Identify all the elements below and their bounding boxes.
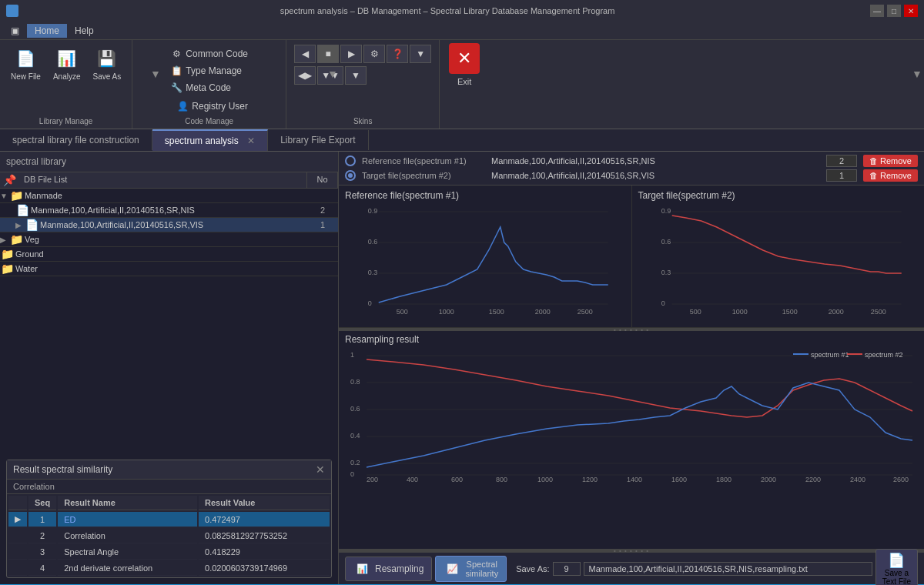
- remove-reference-button[interactable]: 🗑 Remove: [863, 155, 918, 167]
- skin-next-button[interactable]: ⚙: [363, 45, 385, 63]
- svg-text:0.3: 0.3: [661, 269, 671, 276]
- tree-panel: 📌 DB File List No ▼ 📁 Manmade 📄 Manmade,…: [0, 172, 338, 453]
- tree-row-water[interactable]: 📁 Water: [0, 262, 338, 276]
- svg-text:0.6: 0.6: [350, 405, 360, 413]
- code-manage-group: ⚙ Common Code 📋 Type Manage 🔧 Meta Code …: [132, 40, 286, 129]
- value-4: 0.0200603739174969: [199, 561, 330, 576]
- water-folder-icon: 📁: [0, 262, 14, 276]
- save-text-file-button[interactable]: 📄 Save a Text File: [875, 549, 918, 586]
- new-file-icon: 📄: [13, 46, 38, 71]
- code-manage-arrow[interactable]: ▼: [327, 68, 333, 80]
- svg-text:0.9: 0.9: [368, 207, 378, 215]
- svg-text:600: 600: [451, 476, 463, 483]
- skin-bottom1-button[interactable]: ◀▶: [294, 66, 316, 85]
- tree-row-vis[interactable]: ▶ 📄 Manmade,100,Artificial,II,20140516,S…: [0, 218, 338, 232]
- close-button[interactable]: ✕: [904, 5, 918, 17]
- veg-expand-icon[interactable]: ▶: [0, 236, 9, 244]
- resampling-button[interactable]: 📊 Resampling: [345, 557, 432, 581]
- exit-button[interactable]: ✕ Exit: [449, 43, 480, 86]
- meta-code-button[interactable]: 🔧 Meta Code: [166, 80, 253, 95]
- target-chart-title: Target file(spectrum #2): [638, 190, 919, 201]
- tree-row-nis[interactable]: 📄 Manmade,100,Artificial,II,20140516,SR,…: [0, 203, 338, 218]
- seq-1: 1: [28, 512, 56, 527]
- type-manage-button[interactable]: 📋 Type Manage: [166, 63, 253, 79]
- result-close-button[interactable]: ✕: [316, 463, 325, 476]
- remove-tgt-icon: 🗑: [869, 171, 878, 180]
- menu-home[interactable]: Home: [27, 24, 67, 38]
- nis-file-icon: 📄: [15, 203, 29, 217]
- result-row-1[interactable]: ▶ 1 ED 0.472497: [8, 512, 330, 527]
- svg-text:2400: 2400: [850, 476, 865, 483]
- manmade-expand-icon[interactable]: ▼: [0, 192, 9, 200]
- tab-export[interactable]: Library File Export: [268, 130, 368, 150]
- library-manage-label: Library Manage: [39, 114, 92, 125]
- skin-dropdown-button[interactable]: ▼: [410, 45, 431, 63]
- exit-group: ✕ Exit ▼: [440, 40, 489, 129]
- svg-text:0: 0: [350, 470, 354, 478]
- seq-4: 4: [28, 561, 56, 576]
- svg-text:0.9: 0.9: [661, 207, 671, 215]
- new-file-button[interactable]: 📄 New File: [6, 43, 45, 84]
- reference-radio[interactable]: [345, 155, 356, 166]
- code-manage-label: Code Manage: [185, 114, 233, 125]
- result-header: Result spectral similarity ✕: [7, 460, 331, 480]
- tree-col-name: DB File List: [19, 172, 307, 188]
- svg-text:0.6: 0.6: [368, 238, 378, 246]
- result-row-4[interactable]: 4 2nd derivate correlation 0.02006037391…: [8, 561, 330, 576]
- name-2: Correlation: [58, 529, 197, 543]
- left-panel: spectral library 📌 DB File List No ▼ 📁 M…: [0, 152, 339, 584]
- skin-bottom-dropdown-button[interactable]: ▼: [345, 66, 367, 85]
- app-menu-button[interactable]: ▣: [3, 24, 27, 38]
- resampling-icon: 📊: [353, 560, 370, 577]
- svg-text:0.3: 0.3: [368, 269, 378, 276]
- result-row-3[interactable]: 3 Spectral Angle 0.418229: [8, 545, 330, 560]
- resampling-chart-title: Resampling result: [345, 334, 918, 345]
- registry-user-button[interactable]: 👤 Registry User: [172, 99, 253, 114]
- result-panel: Result spectral similarity ✕ Correlation…: [6, 460, 332, 578]
- svg-text:1000: 1000: [439, 308, 454, 316]
- skin-prev-button[interactable]: ◀: [294, 45, 316, 63]
- skin-info-button[interactable]: ❓: [387, 45, 408, 63]
- svg-text:1800: 1800: [716, 476, 732, 483]
- result-row-2[interactable]: 2 Correlation 0.0825812927753252: [8, 529, 330, 543]
- svg-text:2000: 2000: [828, 308, 843, 316]
- common-code-button[interactable]: ⚙ Common Code: [166, 46, 253, 62]
- analyze-button[interactable]: 📊 Analyze: [49, 43, 85, 84]
- target-radio[interactable]: [345, 170, 356, 181]
- save-as-button[interactable]: 💾 Save As: [88, 43, 126, 84]
- name-3: Spectral Angle: [58, 545, 197, 560]
- svg-text:1000: 1000: [732, 308, 747, 316]
- skin-stop-button[interactable]: ■: [317, 45, 339, 63]
- expand-1: ▶: [8, 512, 27, 527]
- tree-row-veg[interactable]: ▶ 📁 Veg: [0, 232, 338, 247]
- svg-text:2200: 2200: [805, 476, 821, 483]
- tree-row-ground[interactable]: 📁 Ground: [0, 247, 338, 262]
- menubar: ▣ Home Help: [0, 22, 924, 40]
- target-chart-panel: Target file(spectrum #2) 0.9 0.6 0.3 0 5…: [631, 186, 925, 327]
- name-4: 2nd derivate correlation: [58, 561, 197, 576]
- svg-text:0.6: 0.6: [661, 238, 671, 246]
- seq-2: 2: [28, 529, 56, 543]
- tab-construction[interactable]: spectral library file construction: [0, 130, 152, 150]
- save-num-input[interactable]: [553, 562, 581, 576]
- tree-row-manmade[interactable]: ▼ 📁 Manmade: [0, 189, 338, 203]
- title: spectrum analysis – DB Management – Spec…: [25, 6, 870, 15]
- value-1: 0.472497: [199, 512, 330, 527]
- tab-analysis[interactable]: spectrum analysis ✕: [152, 129, 268, 151]
- tab-analysis-close[interactable]: ✕: [247, 135, 255, 146]
- vis-expand-icon[interactable]: ▶: [15, 221, 25, 229]
- minimize-button[interactable]: —: [870, 5, 884, 17]
- exit-arrow[interactable]: ▼: [912, 68, 918, 80]
- analyze-icon: 📊: [55, 46, 79, 71]
- remove-target-button[interactable]: 🗑 Remove: [863, 169, 918, 182]
- save-filename-input[interactable]: [584, 562, 872, 576]
- ribbon: 📄 New File 📊 Analyze 💾 Save As Library M…: [0, 40, 924, 129]
- menu-help[interactable]: Help: [67, 24, 102, 38]
- skins-label: Skins: [353, 114, 372, 125]
- library-manage-arrow[interactable]: ▼: [150, 68, 156, 80]
- result-table: Seq Result Name Result Value ▶ 1 ED 0.47…: [7, 494, 331, 577]
- svg-text:0: 0: [368, 299, 372, 307]
- maximize-button[interactable]: □: [887, 5, 901, 17]
- spectral-similarity-button[interactable]: 📈 Spectral similarity: [435, 556, 507, 582]
- skin-play-button[interactable]: ▶: [340, 45, 362, 63]
